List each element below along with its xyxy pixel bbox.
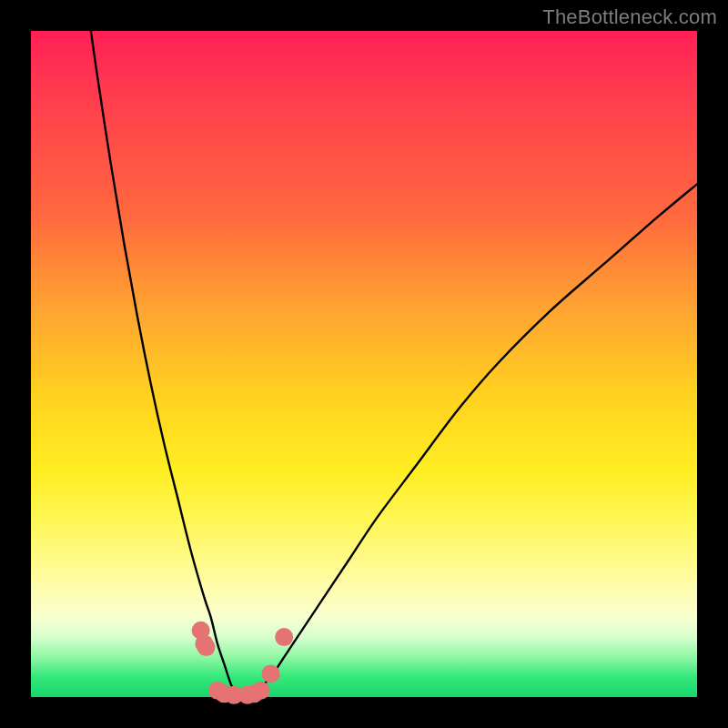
highlight-dot (262, 664, 280, 682)
highlight-markers (192, 622, 294, 704)
chart-frame: TheBottleneck.com (0, 0, 728, 728)
highlight-dot (275, 628, 293, 646)
highlight-dot (252, 682, 270, 700)
plot-area (31, 31, 697, 697)
watermark-text: TheBottleneck.com (542, 5, 717, 29)
chart-svg (31, 31, 697, 697)
bottleneck-curve (91, 31, 697, 698)
highlight-dot (197, 638, 216, 656)
